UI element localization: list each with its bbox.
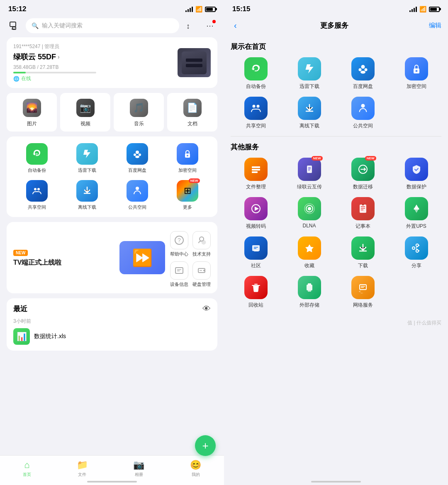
svc-dlna[interactable]: DLNA	[284, 197, 334, 230]
svc-download[interactable]: 下载	[338, 236, 388, 269]
banner-section[interactable]: NEW TV端正式上线啦 ⏩ ? 帮助中心 技术支持	[7, 222, 217, 293]
svc-trash-label: 回收站	[248, 302, 263, 309]
docs-label: 文档	[187, 120, 197, 127]
svc-thunder-label: 迅雷下载	[299, 83, 319, 90]
offline-icon	[76, 180, 98, 202]
svc-dlna-icon	[298, 197, 321, 220]
svc-ups[interactable]: 外置UPS	[391, 197, 441, 230]
svc-transfer[interactable]: NEW 绿联云互传	[284, 158, 334, 190]
svc-share-label: 分享	[411, 262, 421, 269]
baidu-icon	[127, 143, 148, 165]
svc-file-organize-label: 文件整理	[246, 183, 266, 190]
util-support[interactable]: 技术支持	[192, 231, 211, 257]
device-image	[178, 48, 211, 77]
more-icon-app: ⊞ NEW	[177, 180, 198, 202]
app-baidu[interactable]: 百度网盘	[114, 143, 161, 173]
nav-mine[interactable]: 😊 我的	[190, 460, 201, 478]
app-share-space[interactable]: 共享空间	[13, 180, 60, 210]
search-input[interactable]: 🔍 输入关键词搜索	[26, 18, 179, 33]
more-new-badge: NEW	[189, 178, 200, 183]
sort-icon[interactable]: ↕	[183, 18, 198, 33]
nav-files[interactable]: 📁 文件	[77, 460, 88, 478]
svc-network[interactable]: <_ 网络服务	[338, 276, 388, 309]
device-switch-icon[interactable]	[7, 18, 22, 33]
backup-icon	[26, 143, 48, 165]
eye-icon[interactable]: 👁	[202, 304, 211, 314]
svc-offline[interactable]: 离线下载	[284, 97, 334, 129]
right-status-bar: 15:15 📶	[224, 0, 448, 16]
util-device-info[interactable]: 设备信息	[170, 261, 188, 288]
right-battery-icon	[429, 7, 440, 12]
docs-icon: 📄	[183, 99, 202, 117]
album-nav-icon: 📷	[133, 460, 144, 470]
recent-section: 最近 👁 3小时前 📊 数据统计.xls	[7, 298, 217, 351]
svg-point-21	[203, 270, 205, 271]
add-button[interactable]: +	[195, 435, 216, 456]
media-item-photos[interactable]: 🌄 图片	[7, 93, 57, 132]
svc-video-trans[interactable]: 视频转码	[231, 197, 281, 230]
encrypt-icon	[177, 143, 198, 165]
svc-migration[interactable]: NEW 数据迁移	[338, 158, 388, 190]
svc-ext-storage-icon	[298, 276, 321, 299]
media-item-docs[interactable]: 📄 文档	[167, 93, 217, 132]
svc-share-space[interactable]: 共享空间	[231, 97, 281, 129]
home-nav-icon: ⌂	[24, 460, 29, 470]
svg-rect-35	[307, 166, 312, 173]
svg-rect-57	[360, 285, 366, 290]
svc-baidu[interactable]: 百度网盘	[338, 57, 388, 90]
svc-favorites[interactable]: 收藏	[284, 236, 334, 269]
recent-time: 3小时前	[13, 318, 211, 325]
app-thunder[interactable]: 迅雷下载	[63, 143, 110, 173]
svc-thunder[interactable]: 迅雷下载	[284, 57, 334, 90]
svc-share[interactable]: 分享	[391, 236, 441, 269]
nav-home[interactable]: ⌂ 首页	[23, 460, 31, 478]
app-more[interactable]: ⊞ NEW 更多	[164, 180, 211, 210]
search-row: 🔍 输入关键词搜索 ↕ ⋯	[0, 16, 224, 37]
svc-community[interactable]: 社区	[231, 236, 281, 269]
svc-trash-icon	[244, 276, 268, 299]
recent-file[interactable]: 📊 数据统计.xls	[13, 328, 211, 345]
util-help[interactable]: ? 帮助中心	[170, 231, 188, 257]
util-disk[interactable]: 硬盘管理	[192, 261, 211, 288]
svg-point-7	[135, 156, 139, 158]
svc-network-icon: <_	[351, 276, 375, 299]
more-icon[interactable]: ⋯	[202, 18, 217, 33]
svc-encrypt[interactable]: 加密空间	[391, 57, 441, 90]
svc-trash[interactable]: 回收站	[231, 276, 281, 309]
svc-notes[interactable]: 记事本	[338, 197, 388, 230]
svg-point-9	[187, 155, 188, 156]
help-icon: ?	[170, 231, 188, 249]
svc-backup-icon	[244, 57, 268, 80]
svg-point-28	[415, 70, 417, 72]
svc-ext-storage[interactable]: 外部存储	[284, 276, 334, 309]
more-label: 更多	[183, 204, 192, 210]
back-button[interactable]: ‹	[231, 19, 240, 32]
svc-backup[interactable]: 自动备份	[231, 57, 281, 90]
svc-file-organize[interactable]: 文件整理	[231, 158, 281, 190]
svc-video-trans-label: 视频转码	[246, 223, 266, 230]
device-card[interactable]: 191****5247 | 管理员 绿联云 55DF › 358.48GB / …	[7, 37, 217, 88]
media-item-video[interactable]: 📷 视频	[60, 93, 110, 132]
svg-point-10	[34, 188, 37, 190]
search-placeholder: 输入关键词搜索	[42, 22, 83, 29]
svc-backup-label: 自动备份	[246, 83, 266, 90]
app-backup[interactable]: 自动备份	[13, 143, 60, 173]
svg-text:↕: ↕	[186, 22, 190, 30]
svg-point-25	[364, 68, 367, 71]
svg-point-4	[136, 151, 139, 154]
svc-ups-label: 外置UPS	[406, 223, 426, 230]
svc-public[interactable]: 公共空间	[338, 97, 388, 129]
edit-button[interactable]: 编辑	[429, 22, 441, 29]
media-item-music[interactable]: 🎵 音乐	[114, 93, 164, 132]
left-time: 15:12	[8, 5, 26, 13]
svc-migration-label: 数据迁移	[353, 183, 373, 190]
right-signal-icon	[409, 6, 417, 12]
album-nav-label: 相册	[135, 472, 143, 478]
nav-album[interactable]: 📷 相册	[133, 460, 144, 478]
svg-rect-49	[362, 204, 364, 205]
app-offline[interactable]: 离线下载	[63, 180, 110, 210]
svc-ext-storage-label: 外部存储	[299, 302, 319, 309]
svc-protect[interactable]: 数据保护	[391, 158, 441, 190]
app-encrypt[interactable]: 加密空间	[164, 143, 211, 173]
app-public[interactable]: 公共空间	[114, 180, 161, 210]
